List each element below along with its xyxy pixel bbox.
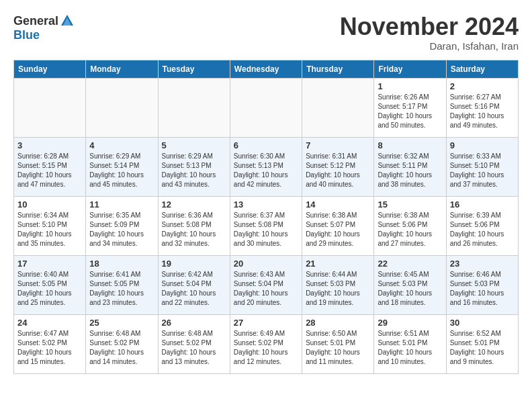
day-info: Sunrise: 6:43 AM Sunset: 5:04 PM Dayligh… <box>234 270 298 308</box>
calendar-cell: 24Sunrise: 6:47 AM Sunset: 5:02 PM Dayli… <box>14 314 86 373</box>
calendar-cell: 3Sunrise: 6:28 AM Sunset: 5:15 PM Daylig… <box>14 137 86 196</box>
calendar-cell: 29Sunrise: 6:51 AM Sunset: 5:01 PM Dayli… <box>374 314 446 373</box>
day-info: Sunrise: 6:45 AM Sunset: 5:03 PM Dayligh… <box>378 270 442 308</box>
day-number: 30 <box>450 318 515 328</box>
calendar-week-row: 24Sunrise: 6:47 AM Sunset: 5:02 PM Dayli… <box>14 314 519 373</box>
calendar-cell <box>158 78 230 137</box>
month-title: November 2024 <box>340 13 519 40</box>
calendar-cell: 27Sunrise: 6:49 AM Sunset: 5:02 PM Dayli… <box>230 314 302 373</box>
calendar-cell <box>14 78 86 137</box>
day-info: Sunrise: 6:39 AM Sunset: 5:06 PM Dayligh… <box>450 211 515 248</box>
calendar-page: General Blue November 2024 Daran, Isfaha… <box>0 0 532 381</box>
weekday-monday: Monday <box>86 60 158 78</box>
weekday-header-row: SundayMondayTuesdayWednesdayThursdayFrid… <box>14 60 519 78</box>
weekday-friday: Friday <box>374 60 446 78</box>
day-number: 4 <box>89 140 154 150</box>
day-info: Sunrise: 6:30 AM Sunset: 5:13 PM Dayligh… <box>234 152 298 189</box>
calendar-cell: 26Sunrise: 6:48 AM Sunset: 5:02 PM Dayli… <box>158 314 230 373</box>
day-number: 1 <box>378 81 442 91</box>
calendar-cell: 15Sunrise: 6:38 AM Sunset: 5:06 PM Dayli… <box>374 196 446 255</box>
day-info: Sunrise: 6:51 AM Sunset: 5:01 PM Dayligh… <box>378 329 442 367</box>
calendar-cell: 25Sunrise: 6:48 AM Sunset: 5:02 PM Dayli… <box>86 314 158 373</box>
day-info: Sunrise: 6:49 AM Sunset: 5:02 PM Dayligh… <box>234 329 298 367</box>
day-info: Sunrise: 6:48 AM Sunset: 5:02 PM Dayligh… <box>89 329 154 367</box>
calendar-cell <box>86 78 158 137</box>
logo-blue-text: Blue <box>13 28 40 42</box>
calendar-cell <box>230 78 302 137</box>
day-number: 8 <box>378 140 442 150</box>
weekday-tuesday: Tuesday <box>158 60 230 78</box>
calendar-cell: 6Sunrise: 6:30 AM Sunset: 5:13 PM Daylig… <box>230 137 302 196</box>
day-info: Sunrise: 6:50 AM Sunset: 5:01 PM Dayligh… <box>306 329 370 367</box>
day-info: Sunrise: 6:38 AM Sunset: 5:07 PM Dayligh… <box>306 211 370 248</box>
day-number: 16 <box>450 199 515 210</box>
day-info: Sunrise: 6:47 AM Sunset: 5:02 PM Dayligh… <box>17 329 82 367</box>
calendar-cell: 23Sunrise: 6:46 AM Sunset: 5:03 PM Dayli… <box>446 255 518 314</box>
calendar-cell: 10Sunrise: 6:34 AM Sunset: 5:10 PM Dayli… <box>14 196 86 255</box>
calendar-cell: 2Sunrise: 6:27 AM Sunset: 5:16 PM Daylig… <box>446 78 518 137</box>
day-number: 5 <box>162 140 226 150</box>
day-info: Sunrise: 6:36 AM Sunset: 5:08 PM Dayligh… <box>162 211 226 248</box>
calendar-cell: 13Sunrise: 6:37 AM Sunset: 5:08 PM Dayli… <box>230 196 302 255</box>
calendar-cell: 9Sunrise: 6:33 AM Sunset: 5:10 PM Daylig… <box>446 137 518 196</box>
day-info: Sunrise: 6:41 AM Sunset: 5:05 PM Dayligh… <box>89 270 154 308</box>
calendar-week-row: 17Sunrise: 6:40 AM Sunset: 5:05 PM Dayli… <box>14 255 519 314</box>
day-info: Sunrise: 6:27 AM Sunset: 5:16 PM Dayligh… <box>450 93 515 130</box>
calendar-table: SundayMondayTuesdayWednesdayThursdayFrid… <box>13 60 519 374</box>
day-info: Sunrise: 6:26 AM Sunset: 5:17 PM Dayligh… <box>378 93 442 130</box>
calendar-cell: 28Sunrise: 6:50 AM Sunset: 5:01 PM Dayli… <box>302 314 374 373</box>
day-number: 21 <box>306 259 370 269</box>
calendar-cell: 11Sunrise: 6:35 AM Sunset: 5:09 PM Dayli… <box>86 196 158 255</box>
day-number: 12 <box>162 199 226 210</box>
day-info: Sunrise: 6:48 AM Sunset: 5:02 PM Dayligh… <box>162 329 226 367</box>
day-number: 20 <box>234 259 298 269</box>
day-info: Sunrise: 6:31 AM Sunset: 5:12 PM Dayligh… <box>306 152 370 189</box>
calendar-cell: 22Sunrise: 6:45 AM Sunset: 5:03 PM Dayli… <box>374 255 446 314</box>
day-info: Sunrise: 6:28 AM Sunset: 5:15 PM Dayligh… <box>17 152 82 189</box>
day-number: 18 <box>89 259 154 269</box>
calendar-cell: 21Sunrise: 6:44 AM Sunset: 5:03 PM Dayli… <box>302 255 374 314</box>
calendar-cell: 8Sunrise: 6:32 AM Sunset: 5:11 PM Daylig… <box>374 137 446 196</box>
day-info: Sunrise: 6:37 AM Sunset: 5:08 PM Dayligh… <box>234 211 298 248</box>
day-info: Sunrise: 6:35 AM Sunset: 5:09 PM Dayligh… <box>89 211 154 248</box>
day-info: Sunrise: 6:32 AM Sunset: 5:11 PM Dayligh… <box>378 152 442 189</box>
day-number: 17 <box>17 259 82 269</box>
day-number: 2 <box>450 81 515 91</box>
day-number: 28 <box>306 318 370 328</box>
calendar-cell: 19Sunrise: 6:42 AM Sunset: 5:04 PM Dayli… <box>158 255 230 314</box>
calendar-cell: 18Sunrise: 6:41 AM Sunset: 5:05 PM Dayli… <box>86 255 158 314</box>
day-number: 13 <box>234 199 298 210</box>
calendar-cell: 1Sunrise: 6:26 AM Sunset: 5:17 PM Daylig… <box>374 78 446 137</box>
location-subtitle: Daran, Isfahan, Iran <box>340 40 519 52</box>
weekday-thursday: Thursday <box>302 60 374 78</box>
weekday-wednesday: Wednesday <box>230 60 302 78</box>
day-number: 26 <box>162 318 226 328</box>
day-number: 9 <box>450 140 515 150</box>
day-number: 25 <box>89 318 154 328</box>
day-number: 6 <box>234 140 298 150</box>
calendar-cell: 16Sunrise: 6:39 AM Sunset: 5:06 PM Dayli… <box>446 196 518 255</box>
day-number: 29 <box>378 318 442 328</box>
calendar-week-row: 3Sunrise: 6:28 AM Sunset: 5:15 PM Daylig… <box>14 137 519 196</box>
day-info: Sunrise: 6:42 AM Sunset: 5:04 PM Dayligh… <box>162 270 226 308</box>
day-info: Sunrise: 6:29 AM Sunset: 5:14 PM Dayligh… <box>89 152 154 189</box>
logo-icon <box>60 13 75 28</box>
day-number: 24 <box>17 318 82 328</box>
calendar-week-row: 10Sunrise: 6:34 AM Sunset: 5:10 PM Dayli… <box>14 196 519 255</box>
weekday-saturday: Saturday <box>446 60 518 78</box>
day-number: 3 <box>17 140 82 150</box>
day-number: 11 <box>89 199 154 210</box>
day-number: 14 <box>306 199 370 210</box>
logo: General Blue <box>13 13 75 42</box>
day-info: Sunrise: 6:29 AM Sunset: 5:13 PM Dayligh… <box>162 152 226 189</box>
day-info: Sunrise: 6:44 AM Sunset: 5:03 PM Dayligh… <box>306 270 370 308</box>
day-info: Sunrise: 6:40 AM Sunset: 5:05 PM Dayligh… <box>17 270 82 308</box>
calendar-cell: 7Sunrise: 6:31 AM Sunset: 5:12 PM Daylig… <box>302 137 374 196</box>
calendar-cell: 17Sunrise: 6:40 AM Sunset: 5:05 PM Dayli… <box>14 255 86 314</box>
day-number: 10 <box>17 199 82 210</box>
calendar-cell: 12Sunrise: 6:36 AM Sunset: 5:08 PM Dayli… <box>158 196 230 255</box>
day-number: 15 <box>378 199 442 210</box>
calendar-cell: 30Sunrise: 6:52 AM Sunset: 5:01 PM Dayli… <box>446 314 518 373</box>
day-number: 7 <box>306 140 370 150</box>
day-number: 23 <box>450 259 515 269</box>
